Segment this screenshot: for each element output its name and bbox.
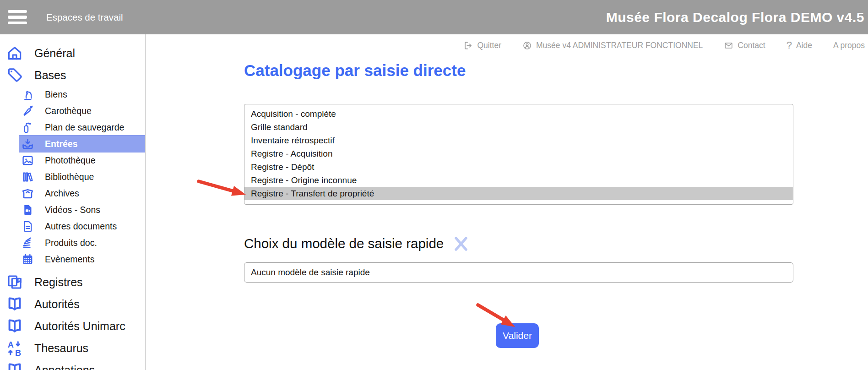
app-window: Espaces de travail Musée Flora Decalog F… [0,0,868,370]
utility-link-contact[interactable]: Contact [724,41,765,50]
sidebar-item-general[interactable]: Général [0,42,145,64]
inbox-download-icon [21,137,34,151]
utility-link-quitter[interactable]: Quitter [463,41,501,50]
sidebar-item-label: Carothèque [45,106,92,116]
sidebar-item-label: Vidéos - Sons [45,205,100,215]
sidebar-item-label: Registres [34,276,83,289]
annotation-arrow-listbox [199,181,246,196]
sidebar-item-label: Bases [34,69,66,82]
sidebar-item-label: Archives [45,188,79,199]
utility-link-label: Aide [796,41,812,50]
utility-link-aide[interactable]: ?Aide [787,39,812,51]
mail-icon [724,41,733,50]
workspace-label: Espaces de travail [46,12,123,23]
sort-alpha-icon: AB [6,339,23,357]
hamburger-menu-icon[interactable] [8,10,27,25]
sidebar-item-bases[interactable]: Bases [0,64,145,86]
sidebar-item-label: Bibliothèque [45,172,94,182]
quick-model-select-value: Aucun modèle de saisie rapide [251,267,370,278]
chess-knight-icon [21,88,34,101]
sidebar-item-label: Entrées [45,139,78,149]
sidebar-item-autorites[interactable]: Autorités [0,293,145,315]
clear-selection-icon[interactable] [453,235,469,252]
listbox-option-acquisition-complete[interactable]: Acquisition - complète [244,107,793,120]
sidebar-nav: GénéralBasesBiensCarothèquePlan de sauve… [0,34,146,370]
grid-listbox[interactable]: Acquisition - complèteGrille standardInv… [244,104,793,205]
sidebar-item-phototheque[interactable]: Photothèque [0,152,145,169]
sidebar-item-label: Evènements [45,254,94,265]
sidebar-item-label: Autres documents [45,221,117,232]
utility-link-label: Contact [738,41,765,50]
quick-model-select[interactable]: Aucun modèle de saisie rapide [244,262,793,283]
sidebar-item-label: Général [34,47,75,60]
listbox-option-registre-origine-inconnue[interactable]: Registre - Origine inconnue [244,174,793,187]
sidebar-item-label: Autorités Unimarc [34,320,125,333]
exit-icon [463,41,473,50]
sidebar-item-label: Autorités [34,298,80,311]
calendar-icon [21,253,34,266]
sidebar-item-thesaurus[interactable]: ABThesaurus [0,337,145,359]
page-title: Catalogage par saisie directe [244,61,466,80]
utility-link-a-propos[interactable]: A propos [833,41,865,50]
sidebar-item-label: Thesaurus [34,342,88,355]
sidebar-item-produits-doc[interactable]: Produits doc. [0,234,145,251]
utility-link-label: Musée v4 ADMINISTRATEUR FONCTIONNEL [536,41,703,50]
sidebar-item-bibliotheque[interactable]: Bibliothèque [0,169,145,185]
registers-icon [6,273,23,291]
sidebar-item-registres[interactable]: Registres [0,271,145,293]
paper-stack-icon [21,236,34,250]
home-icon [6,44,23,62]
utility-link-label: Quitter [477,41,501,50]
sidebar-item-evenements[interactable]: Evènements [0,251,145,267]
sidebar-item-autorites-unimarc[interactable]: Autorités Unimarc [0,315,145,337]
svg-text:A: A [8,340,14,349]
user-icon [522,41,532,50]
listbox-option-registre-acquisition[interactable]: Registre - Acquisition [244,147,793,160]
sidebar-item-autres-documents[interactable]: Autres documents [0,218,145,234]
sidebar-item-annotations[interactable]: Annotations [0,359,145,370]
sidebar-item-archives[interactable]: Archives [0,185,145,201]
sidebar-item-label: Produits doc. [45,238,97,248]
sidebar-item-carotheque[interactable]: Carothèque [0,103,145,119]
sidebar-item-videos-sons[interactable]: Vidéos - Sons [0,201,145,218]
open-book-icon [6,361,23,370]
core-sample-icon [21,104,34,118]
listbox-option-registre-transfert-de-propriete[interactable]: Registre - Transfert de propriété [244,187,793,200]
utility-bar: QuitterMusée v4 ADMINISTRATEUR FONCTIONN… [463,39,865,51]
top-bar: Espaces de travail Musée Flora Decalog F… [0,0,868,34]
sidebar-item-plan-de-sauvegarde[interactable]: Plan de sauvegarde [0,119,145,136]
utility-link-musee-v4-administrateur-fonctionnel[interactable]: Musée v4 ADMINISTRATEUR FONCTIONNEL [522,41,703,50]
video-document-icon [21,203,34,217]
listbox-option-grille-standard[interactable]: Grille standard [244,120,793,134]
help-icon: ? [787,39,792,51]
utility-link-label: A propos [833,41,865,50]
svg-text:B: B [15,348,21,357]
archive-box-icon [21,187,34,200]
sidebar-item-entrees[interactable]: Entrées [19,136,146,152]
sidebar-item-label: Annotations [34,364,95,370]
listbox-option-inventaire-retrospectif[interactable]: Inventaire rétrospectif [244,134,793,147]
sidebar-item-label: Biens [45,89,67,100]
tag-icon [6,66,23,84]
library-books-icon [21,170,34,184]
open-book-icon [6,295,23,313]
quick-model-heading: Choix du modèle de saisie rapide [244,236,444,251]
valider-button[interactable]: Valider [496,323,539,348]
fire-extinguisher-icon [21,121,34,134]
sidebar-item-label: Plan de sauvegarde [45,122,124,133]
photo-icon [21,154,34,167]
sidebar-item-label: Photothèque [45,155,96,166]
app-title: Musée Flora Decalog Flora DEMO v4.5 [606,10,864,25]
listbox-option-registre-depot[interactable]: Registre - Dépôt [244,160,793,174]
open-book-icon [6,317,23,335]
sidebar-item-biens[interactable]: Biens [0,86,145,103]
document-icon [21,220,34,233]
